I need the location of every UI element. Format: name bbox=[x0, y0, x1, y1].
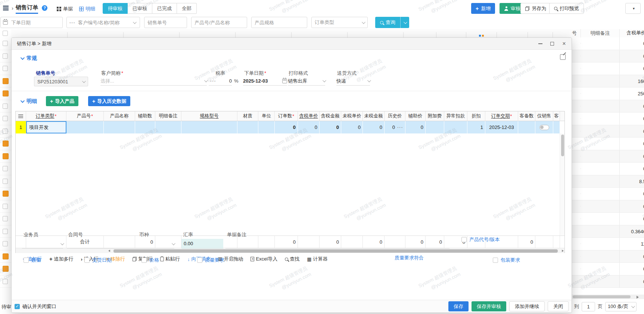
table-row[interactable]: 0 bbox=[572, 200, 644, 213]
cell-product_no[interactable] bbox=[66, 121, 104, 133]
row-checkbox[interactable] bbox=[3, 241, 8, 246]
cell-line_note[interactable] bbox=[155, 121, 181, 133]
toggle-off-icon[interactable] bbox=[539, 125, 549, 130]
table-row[interactable]: 8.5 bbox=[572, 175, 644, 188]
row-checkbox[interactable] bbox=[3, 53, 8, 59]
import-product-button[interactable]: + 导入产品 bbox=[46, 96, 78, 106]
tab-全部[interactable]: 全部 bbox=[177, 3, 197, 14]
column-header-partial[interactable]: 号 bbox=[572, 29, 581, 37]
cell-order-type[interactable]: 项目开发 bbox=[26, 121, 66, 133]
detail-grid-horizontal-scrollbar[interactable] bbox=[16, 248, 564, 253]
product-spec-filter-input[interactable] bbox=[251, 17, 307, 28]
row-checkbox[interactable] bbox=[3, 279, 8, 284]
cell-cut[interactable] bbox=[553, 121, 560, 133]
table-row[interactable]: 0 bbox=[572, 125, 644, 138]
selected-row-checkbox[interactable] bbox=[3, 253, 9, 259]
table-row[interactable]: 0 bbox=[572, 263, 644, 275]
maximize-icon[interactable] bbox=[549, 41, 555, 47]
toolbar-计算器[interactable]: ▦计算器 bbox=[307, 256, 327, 262]
selected-row-checkbox[interactable] bbox=[3, 191, 9, 197]
tax-rate-input[interactable]: 0 bbox=[209, 77, 232, 86]
save-as-button[interactable]: 另存为 bbox=[520, 3, 551, 14]
option-checkbox-交货日期[interactable]: 交货日期 bbox=[84, 257, 112, 264]
option-checkbox-价格[interactable]: 价格 bbox=[141, 257, 159, 264]
selected-row-checkbox[interactable] bbox=[3, 141, 9, 147]
column-header-cut[interactable]: 客 bbox=[553, 111, 560, 121]
query-button[interactable]: 查询 bbox=[375, 17, 400, 28]
table-row[interactable]: 0 bbox=[572, 100, 644, 113]
column-header-spec[interactable]: 规格型号 bbox=[181, 111, 237, 121]
column-header-order_type[interactable]: 订单类型* bbox=[26, 111, 66, 121]
table-row[interactable]: 160 bbox=[572, 75, 644, 88]
order-type-filter-select[interactable]: 订单类型 bbox=[311, 17, 368, 28]
column-header-product_name[interactable]: 产品名称 bbox=[104, 111, 135, 121]
cell-abnormal[interactable] bbox=[444, 121, 467, 133]
table-row[interactable]: 0 bbox=[572, 62, 644, 75]
page-size-select[interactable]: 100 条/页 bbox=[605, 302, 637, 311]
close-button[interactable]: 关闭 bbox=[548, 301, 569, 311]
add-button[interactable]: + 新增 bbox=[471, 3, 495, 14]
nav-collapse-icon[interactable] bbox=[3, 6, 9, 7]
cell-tax_amount[interactable]: 0 bbox=[320, 121, 341, 133]
cell-hist-price[interactable]: 0··· bbox=[385, 121, 405, 133]
confirm-close-checkbox[interactable]: 确认并关闭窗口 bbox=[15, 303, 56, 310]
scroll-right-arrow-icon[interactable] bbox=[637, 296, 639, 299]
row-checkbox[interactable] bbox=[3, 166, 8, 171]
detail-grid-row-1[interactable]: 1项目开发000000···012025-12-03 bbox=[16, 121, 564, 133]
toolbar-Excel导入[interactable]: Excel导入 bbox=[251, 256, 277, 262]
column-header-product_no[interactable]: 产品号* bbox=[66, 111, 104, 121]
row-number-cell[interactable]: 1 bbox=[16, 121, 26, 133]
import-history-button[interactable]: + 导入历史数据 bbox=[88, 96, 130, 106]
cell-discount[interactable]: 1 bbox=[467, 121, 485, 133]
cell-spec[interactable] bbox=[181, 121, 237, 133]
table-row[interactable]: 250 bbox=[572, 87, 644, 100]
table-row[interactable]: 0 bbox=[572, 275, 644, 288]
tab-待审核[interactable]: 待审核 bbox=[103, 3, 128, 14]
product-code-version-checkbox[interactable]: 产品代号/版本 bbox=[461, 236, 500, 243]
cell-product_name[interactable] bbox=[104, 121, 135, 133]
column-header-notax_price[interactable]: 未税单价 bbox=[341, 111, 363, 121]
scroll-right-arrow-icon[interactable] bbox=[562, 250, 564, 252]
column-header-tax_amount[interactable]: 含税金额 bbox=[320, 111, 341, 121]
column-header-notax_amount[interactable]: 未税金额 bbox=[363, 111, 385, 121]
currency-select[interactable] bbox=[130, 240, 174, 249]
cell-notax_price[interactable]: 0 bbox=[341, 121, 363, 133]
scroll-left-arrow-icon[interactable] bbox=[108, 250, 110, 252]
more-menu-button[interactable]: ▾ bbox=[625, 3, 641, 14]
cell-aux_price[interactable]: 0 bbox=[405, 121, 426, 133]
column-header-hist_price[interactable]: 历史价 bbox=[385, 111, 405, 121]
customer-filter-input[interactable] bbox=[66, 17, 140, 28]
view-switch-detail[interactable]: 明细 bbox=[79, 6, 95, 12]
close-icon[interactable]: × bbox=[561, 41, 567, 47]
detail-grid-vertical-scrollbar[interactable] bbox=[560, 133, 564, 236]
selected-row-checkbox[interactable] bbox=[3, 78, 9, 84]
row-checkbox[interactable] bbox=[3, 66, 8, 71]
tab-已审核[interactable]: 已审核 bbox=[128, 3, 152, 14]
toolbar-查找[interactable]: 查找 bbox=[285, 256, 299, 262]
salesman-select[interactable] bbox=[22, 240, 63, 249]
add-and-continue-button[interactable]: 添加并继续 bbox=[509, 301, 545, 311]
option-checkbox-数量[interactable]: 数量 bbox=[24, 257, 41, 264]
column-header-line-note[interactable]: 明细备注 bbox=[581, 29, 620, 37]
help-icon[interactable]: ? bbox=[42, 5, 47, 11]
cell-unit[interactable] bbox=[258, 121, 275, 133]
row-checkbox[interactable] bbox=[3, 129, 8, 134]
row-checkbox[interactable] bbox=[3, 41, 8, 46]
table-row[interactable]: 0 bbox=[572, 37, 644, 50]
save-button[interactable]: 保存 bbox=[448, 301, 469, 311]
product-filter-input[interactable] bbox=[191, 17, 247, 28]
doc-note-input[interactable] bbox=[225, 240, 449, 249]
background-horizontal-scrollbar[interactable] bbox=[572, 295, 644, 299]
table-row[interactable]: 11 bbox=[572, 238, 644, 250]
column-header-handle[interactable] bbox=[16, 111, 26, 121]
column-header-tax-price[interactable]: 含税单价 bbox=[620, 29, 644, 37]
order-no-input[interactable]: SP251203001 bbox=[34, 77, 88, 86]
row-checkbox[interactable] bbox=[3, 216, 8, 221]
toolbar-粘贴行[interactable]: 粘贴行 bbox=[160, 256, 180, 262]
edit-layout-icon[interactable] bbox=[560, 54, 566, 60]
section-general-toggle[interactable]: 常规 bbox=[21, 55, 37, 62]
column-header-unit[interactable]: 单位 bbox=[258, 111, 275, 121]
column-header-tax_price[interactable]: 含税单价 bbox=[298, 111, 320, 121]
quality-require-match-link[interactable]: 质量要求符合 bbox=[395, 255, 424, 261]
row-checkbox[interactable] bbox=[3, 116, 8, 121]
